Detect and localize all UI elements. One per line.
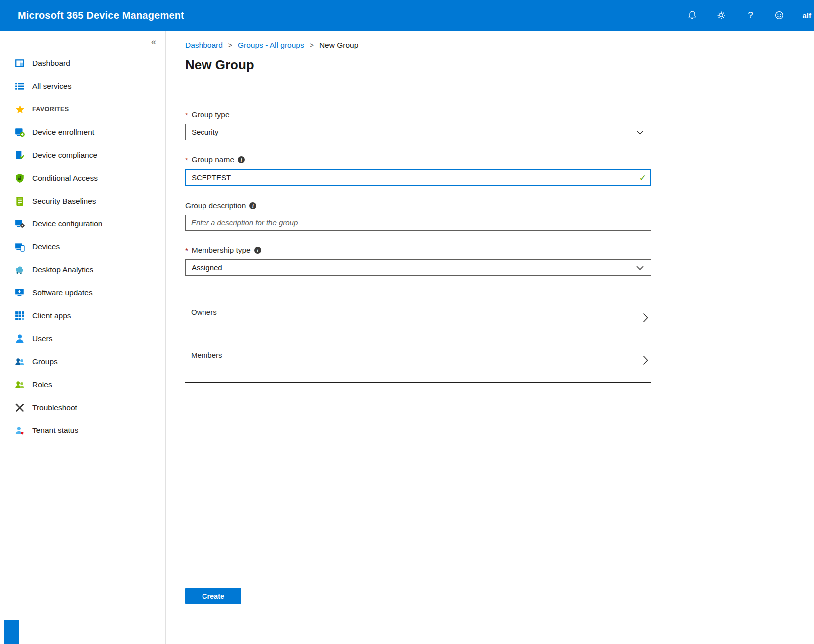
sidebar-item-device-configuration[interactable]: Device configuration <box>0 213 165 235</box>
device-configuration-icon <box>15 219 25 229</box>
required-marker: * <box>185 156 188 164</box>
group-description-input[interactable] <box>185 215 651 231</box>
breadcrumb: Dashboard > Groups - All groups > New Gr… <box>166 31 814 50</box>
sidebar-item-label: Device compliance <box>32 151 97 160</box>
sidebar-item-label: Desktop Analytics <box>32 265 93 274</box>
membership-type-value: Assigned <box>192 263 222 272</box>
sidebar-item-label: Device configuration <box>32 219 102 228</box>
star-icon <box>15 104 25 114</box>
sidebar-collapse-icon[interactable]: « <box>151 37 156 47</box>
chevron-down-icon <box>636 263 644 272</box>
feedback-smiley-icon[interactable] <box>773 9 785 21</box>
conditional-access-shield-icon <box>15 173 25 183</box>
sidebar-item-desktop-analytics[interactable]: Desktop Analytics <box>0 258 165 281</box>
breadcrumb-separator: > <box>310 41 314 49</box>
group-description-label-row: Group description i <box>185 201 651 210</box>
group-name-label: Group name <box>192 155 234 164</box>
chevron-down-icon <box>636 128 644 136</box>
sidebar-item-client-apps[interactable]: Client apps <box>0 304 165 327</box>
page-title: New Group <box>185 57 814 73</box>
app-title: Microsoft 365 Device Management <box>18 10 184 21</box>
account-name[interactable]: alf <box>802 11 812 20</box>
sidebar-item-device-enrollment[interactable]: Device enrollment <box>0 121 165 144</box>
group-description-info-icon[interactable]: i <box>249 202 256 209</box>
sidebar-item-label: Groups <box>32 357 58 366</box>
help-glyph: ? <box>748 10 753 21</box>
bottom-left-accent <box>4 620 19 644</box>
sidebar-item-label: Device enrollment <box>32 128 94 137</box>
membership-type-label: Membership type <box>192 246 251 255</box>
group-type-value: Security <box>192 128 218 136</box>
sidebar-item-label: Security Baselines <box>32 197 96 206</box>
sidebar-item-groups[interactable]: Groups <box>0 350 165 373</box>
main-content: Dashboard > Groups - All groups > New Gr… <box>166 31 814 644</box>
sidebar: « Dashboard All services FAVORITES Devic… <box>0 31 166 644</box>
header-divider <box>166 84 814 84</box>
members-row[interactable]: Members <box>185 340 651 383</box>
all-services-list-icon <box>15 81 25 91</box>
breadcrumb-groups-link[interactable]: Groups - All groups <box>238 41 304 50</box>
sidebar-item-label: Tenant status <box>32 426 78 435</box>
owners-row[interactable]: Owners <box>185 297 651 340</box>
dashboard-icon <box>15 58 25 68</box>
owners-label: Owners <box>185 297 651 316</box>
sidebar-item-device-compliance[interactable]: Device compliance <box>0 144 165 167</box>
group-name-input[interactable] <box>185 169 651 186</box>
members-label: Members <box>185 340 651 359</box>
sidebar-item-label: Roles <box>32 380 52 389</box>
troubleshoot-tools-icon <box>15 403 25 413</box>
group-type-label-row: * Group type <box>185 110 651 119</box>
client-apps-grid-icon <box>15 311 25 321</box>
sidebar-item-all-services[interactable]: All services <box>0 75 165 98</box>
footer-divider <box>166 568 814 568</box>
sidebar-item-devices[interactable]: Devices <box>0 235 165 258</box>
sidebar-item-label: Troubleshoot <box>32 403 77 412</box>
sidebar-item-security-baselines[interactable]: Security Baselines <box>0 190 165 213</box>
membership-type-info-icon[interactable]: i <box>254 247 261 254</box>
group-type-label: Group type <box>192 110 230 119</box>
membership-type-label-row: * Membership type i <box>185 246 651 255</box>
breadcrumb-separator: > <box>228 41 232 49</box>
sidebar-item-tenant-status[interactable]: Tenant status <box>0 419 165 442</box>
sidebar-item-roles[interactable]: Roles <box>0 373 165 396</box>
group-name-label-row: * Group name i <box>185 155 651 164</box>
top-app-bar: Microsoft 365 Device Management ? <box>0 0 814 31</box>
desktop-analytics-icon <box>15 265 25 275</box>
group-type-select[interactable]: Security <box>185 124 651 140</box>
valid-check-icon: ✓ <box>639 172 646 183</box>
sidebar-item-dashboard[interactable]: Dashboard <box>0 52 165 75</box>
sidebar-item-label: Conditional Access <box>32 174 98 183</box>
sidebar-item-troubleshoot[interactable]: Troubleshoot <box>0 396 165 419</box>
sidebar-item-label: Users <box>32 334 52 343</box>
group-name-info-icon[interactable]: i <box>238 156 245 163</box>
sidebar-item-software-updates[interactable]: Software updates <box>0 281 165 304</box>
sidebar-item-conditional-access[interactable]: Conditional Access <box>0 167 165 190</box>
devices-icon <box>15 242 25 252</box>
required-marker: * <box>185 111 188 119</box>
settings-gear-icon[interactable] <box>715 9 727 21</box>
software-updates-icon <box>15 288 25 298</box>
sidebar-item-label: Client apps <box>32 311 71 320</box>
help-icon[interactable]: ? <box>744 9 756 21</box>
sidebar-item-label: Devices <box>32 242 60 251</box>
breadcrumb-current: New Group <box>319 41 358 50</box>
membership-type-select[interactable]: Assigned <box>185 259 651 276</box>
notifications-bell-icon[interactable] <box>686 9 698 21</box>
users-icon <box>15 334 25 344</box>
new-group-form: * Group type Security * Group name i ✓ G… <box>185 110 651 383</box>
sidebar-item-users[interactable]: Users <box>0 327 165 350</box>
device-compliance-icon <box>15 150 25 160</box>
sidebar-item-label: All services <box>32 82 71 91</box>
create-button[interactable]: Create <box>185 588 241 604</box>
sidebar-item-label: Dashboard <box>32 59 70 68</box>
chevron-right-icon <box>643 355 648 367</box>
device-enrollment-icon <box>15 127 25 137</box>
breadcrumb-dashboard-link[interactable]: Dashboard <box>185 41 223 50</box>
required-marker: * <box>185 246 188 255</box>
chevron-right-icon <box>643 313 648 325</box>
roles-icon <box>15 380 25 390</box>
tenant-status-icon <box>15 426 25 435</box>
favorites-header-label: FAVORITES <box>32 106 69 113</box>
group-description-label: Group description <box>185 201 246 210</box>
security-baselines-icon <box>15 196 25 206</box>
